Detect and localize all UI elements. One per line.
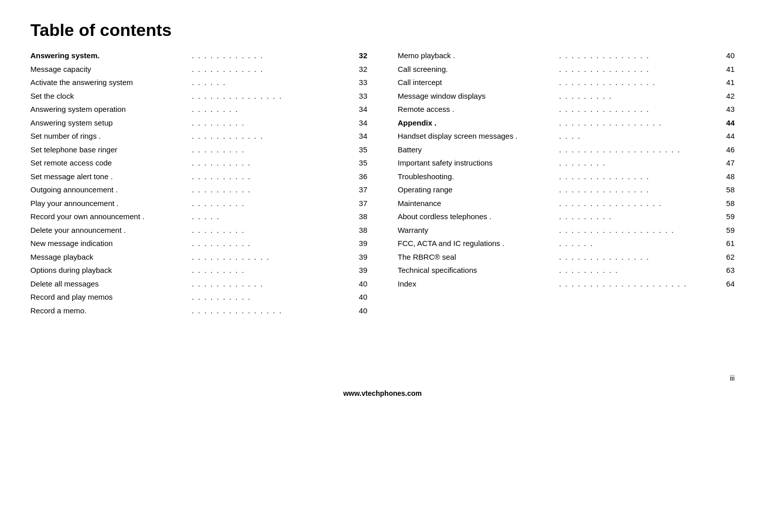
toc-entry-dots: . . . . . . . . . [192,225,351,236]
toc-entry-dots: . . . . . . . . . . . . . . . . . [559,117,718,129]
toc-entry: Record your own announcement . . . . . .… [30,211,368,223]
toc-entry-page: 32 [353,64,368,75]
toc-entry-label: New message indication [30,238,190,250]
toc-entry-page: 38 [353,211,368,223]
toc-entry-label: Message window displays [398,91,557,102]
toc-entry-label: Maintenance [398,198,557,210]
toc-entry-label: Activate the answering system [30,77,190,89]
toc-entry: Battery . . . . . . . . . . . . . . . . … [398,144,735,156]
toc-entry-page: 34 [353,131,368,142]
toc-entry-dots: . . . . . . . . . [559,211,718,223]
toc-entry: New message indication . . . . . . . . .… [30,238,368,250]
toc-entry-page: 35 [353,157,368,169]
toc-entry-page: 48 [720,171,735,183]
toc-entry-page: 34 [353,104,368,115]
toc-entry: Troubleshooting. . . . . . . . . . . . .… [398,171,735,183]
toc-entry-page: 40 [353,278,368,290]
toc-entry-dots: . . . . . . . . [559,157,718,169]
toc-entry-page: 40 [353,305,368,317]
toc-entry-label: Record a memo. [30,305,190,317]
toc-entry-dots: . . . . . . . . . . [192,238,351,250]
toc-entry-dots: . . . . . . . . . . . . . . . [559,104,718,115]
toc-entry-dots: . . . . . . . . . [559,91,718,102]
toc-entry-label: Call screening. [398,64,557,75]
toc-entry-page: 33 [353,77,368,89]
toc-entry-dots: . . . . . . . . . . . . . [192,252,351,263]
toc-entry-page: 58 [720,184,735,196]
toc-entry-label: Answering system. [30,50,190,62]
toc-entry-dots: . . . . . . . . . . . . . . . [192,91,351,102]
toc-entry-label: About cordless telephones . [398,211,557,223]
toc-column-left: Answering system. . . . . . . . . . . . … [30,50,368,318]
toc-entry-label: Remote access . [398,104,557,115]
toc-entry-page: 38 [353,225,368,236]
toc-entry-dots: . . . . . . . . . [192,265,351,276]
toc-entry-page: 41 [720,64,735,75]
toc-entry: Play your announcement . . . . . . . . .… [30,198,368,210]
toc-entry: Outgoing announcement . . . . . . . . . … [30,184,368,196]
toc-entry-label: Operating range [398,184,557,196]
toc-entry-dots: . . . . . . [192,77,351,89]
toc-entry-page: 46 [720,144,735,156]
toc-entry-page: 36 [353,171,368,183]
toc-entry: Answering system operation . . . . . . .… [30,104,368,115]
toc-entry: Answering system setup . . . . . . . . .… [30,117,368,129]
toc-entry-page: 47 [720,157,735,169]
toc-entry-label: Record and play memos [30,292,190,303]
toc-entry-page: 39 [353,252,368,263]
toc-entry: Answering system. . . . . . . . . . . . … [30,50,368,62]
toc-entry: Set telephone base ringer . . . . . . . … [30,144,368,156]
toc-entry-label: Options during playback [30,265,190,276]
toc-entry-label: Answering system setup [30,117,190,129]
toc-entry: Record a memo. . . . . . . . . . . . . .… [30,305,368,317]
toc-entry-label: The RBRC® seal [398,252,557,263]
toc-entry-page: 62 [720,252,735,263]
toc-entry-page: 58 [720,198,735,210]
toc-entry-dots: . . . . . . . . . . . . . . . [559,184,718,196]
toc-entry-dots: . . . . . . . . . . . . . . . [559,252,718,263]
toc-entry: Appendix . . . . . . . . . . . . . . . .… [398,117,735,129]
toc-entry-page: 34 [353,117,368,129]
toc-entry-label: Set number of rings . [30,131,190,142]
toc-entry-page: 40 [720,50,735,62]
toc-entry-dots: . . . . . . . . . . . . . . . . . . . . … [559,278,718,290]
toc-entry: Delete all messages . . . . . . . . . . … [30,278,368,290]
toc-entry-page: 37 [353,184,368,196]
toc-entry-dots: . . . . . . . . . . . . . . . [192,305,351,317]
toc-entry-page: 61 [720,238,735,250]
toc-entry-page: 40 [353,292,368,303]
toc-entry-label: Warranty [398,225,557,236]
toc-entry-page: 41 [720,77,735,89]
toc-entry-label: Appendix . [398,117,557,129]
toc-entry-page: 59 [720,211,735,223]
toc-entry-dots: . . . . . . . . . . . . . . . . . . . . [559,144,718,156]
toc-entry-label: Play your announcement . [30,198,190,210]
toc-entry-dots: . . . . . . . . . . [192,157,351,169]
toc-entry-page: 59 [720,225,735,236]
toc-entry-label: Record your own announcement . [30,211,190,223]
toc-entry: Maintenance . . . . . . . . . . . . . . … [398,198,735,210]
toc-entry-page: 39 [353,238,368,250]
toc-entry-label: Battery [398,144,557,156]
toc-entry-page: 44 [720,117,735,129]
toc-entry: Call intercept . . . . . . . . . . . . .… [398,77,735,89]
toc-entry-dots: . . . . . . . . . . . . [192,131,351,142]
toc-entry: Set number of rings . . . . . . . . . . … [30,131,368,142]
toc-entry: Delete your announcement . . . . . . . .… [30,225,368,236]
toc-entry-dots: . . . . . . . . . . . . [192,278,351,290]
toc-entry-page: 33 [353,91,368,102]
toc-entry-label: Memo playback . [398,50,557,62]
toc-entry-page: 32 [353,50,368,62]
toc-entry: Warranty . . . . . . . . . . . . . . . .… [398,225,735,236]
toc-column-right: Memo playback . . . . . . . . . . . . . … [398,50,735,318]
toc-entry-label: Delete your announcement . [30,225,190,236]
toc-entry-label: Outgoing announcement . [30,184,190,196]
toc-entry-label: Delete all messages [30,278,190,290]
toc-entry-dots: . . . . . . . . . . . . . . . [559,64,718,75]
toc-entry: Remote access . . . . . . . . . . . . . … [398,104,735,115]
toc-entry: Record and play memos . . . . . . . . . … [30,292,368,303]
toc-entry-dots: . . . . . . . . . [192,144,351,156]
toc-entry-page: 43 [720,104,735,115]
toc-entry: Message playback . . . . . . . . . . . .… [30,252,368,263]
toc-entry: Index . . . . . . . . . . . . . . . . . … [398,278,735,290]
